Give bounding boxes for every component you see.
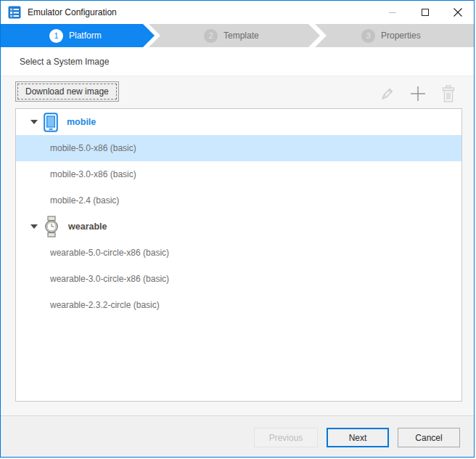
next-button[interactable]: Next (327, 428, 389, 447)
step-label: Platform (69, 31, 102, 41)
item-label: mobile-2.4 (basic) (50, 195, 119, 206)
tree-item-wearable-3-0[interactable]: wearable-3.0-circle-x86 (basic) (16, 266, 461, 292)
chevron-down-icon[interactable] (30, 120, 38, 124)
item-label: mobile-3.0-x86 (basic) (50, 169, 136, 179)
edit-image-button[interactable] (378, 84, 397, 103)
close-button[interactable] (441, 1, 474, 24)
item-label: wearable-2.3.2-circle (basic) (50, 300, 160, 310)
tree-item-mobile-2-4[interactable]: mobile-2.4 (basic) (16, 187, 461, 214)
system-image-list: mobile mobile-5.0-x86 (basic) mobile-3.0… (15, 108, 462, 402)
tree-group-wearable[interactable]: wearable (16, 214, 461, 240)
step-template[interactable]: 2 Template (149, 24, 321, 47)
minimize-button[interactable] (376, 1, 409, 24)
tree-item-wearable-2-3-2[interactable]: wearable-2.3.2-circle (basic) (16, 292, 461, 318)
close-icon (454, 8, 462, 17)
maximize-icon (422, 9, 429, 16)
emulator-configuration-window: Emulator Configuration 1 Platform 2 Temp… (0, 0, 475, 458)
chevron-down-icon[interactable] (30, 224, 38, 229)
previous-button[interactable]: Previous (254, 428, 318, 447)
section-header: Select a System Image (1, 47, 474, 76)
step-number-badge: 2 (204, 29, 218, 43)
tree-group-mobile[interactable]: mobile (16, 109, 461, 135)
section-title: Select a System Image (20, 57, 109, 67)
watch-icon (44, 216, 60, 237)
delete-image-button[interactable] (439, 84, 458, 103)
item-label: wearable-5.0-circle-x86 (basic) (50, 248, 169, 258)
step-number-badge: 1 (49, 29, 63, 43)
cancel-button[interactable]: Cancel (398, 428, 460, 447)
footer: Previous Next Cancel (1, 416, 474, 458)
app-logo-icon (8, 6, 21, 19)
delete-icon (440, 85, 456, 103)
add-icon (409, 85, 427, 102)
tree-item-mobile-5-0[interactable]: mobile-5.0-x86 (basic) (16, 135, 461, 161)
step-label: Template (223, 31, 259, 41)
wizard-steps: 1 Platform 2 Template 3 Properties (1, 24, 474, 47)
content-area: Download new image (1, 76, 474, 415)
group-label: mobile (67, 117, 96, 127)
download-new-image-button[interactable]: Download new image (15, 81, 119, 102)
step-properties[interactable]: 3 Properties (315, 24, 475, 47)
step-label: Properties (381, 31, 421, 41)
tree-item-mobile-3-0[interactable]: mobile-3.0-x86 (basic) (16, 161, 461, 187)
item-label: wearable-3.0-circle-x86 (basic) (50, 274, 169, 284)
item-label: mobile-5.0-x86 (basic) (50, 143, 136, 153)
step-number-badge: 3 (361, 29, 375, 43)
add-image-button[interactable] (409, 84, 427, 103)
step-platform[interactable]: 1 Platform (1, 24, 155, 47)
tree-item-wearable-5-0[interactable]: wearable-5.0-circle-x86 (basic) (16, 240, 461, 266)
group-label: wearable (68, 222, 107, 232)
window-controls (376, 1, 474, 24)
minimize-icon (389, 12, 396, 13)
title-bar: Emulator Configuration (1, 1, 474, 24)
window-title: Emulator Configuration (28, 7, 117, 17)
edit-icon (379, 85, 396, 102)
image-toolbar (378, 84, 458, 103)
phone-icon (44, 113, 58, 132)
maximize-button[interactable] (409, 1, 441, 24)
